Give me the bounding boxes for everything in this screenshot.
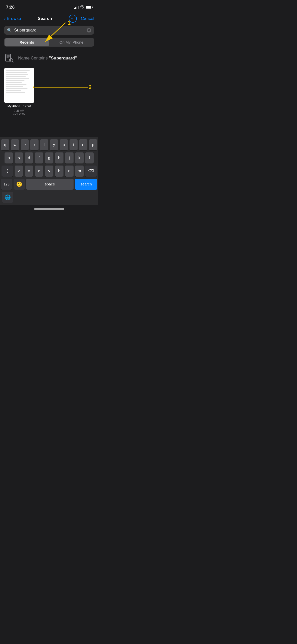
key-t[interactable]: t — [40, 139, 48, 150]
backspace-key[interactable]: ⌫ — [85, 166, 97, 177]
chevron-left-icon: ‹ — [4, 16, 6, 21]
search-input[interactable]: Superguard — [14, 28, 85, 33]
search-suggestion[interactable]: Name Contains "Superguard" — [0, 51, 98, 66]
status-bar: 7:28 — [0, 0, 98, 13]
key-z[interactable]: z — [15, 166, 23, 177]
key-v[interactable]: v — [45, 166, 53, 177]
segment-area: Recents On My iPhone 1 — [0, 38, 98, 47]
segment-recents[interactable]: Recents — [5, 38, 49, 46]
keyboard-row-1: q w e r t y u i o p — [1, 139, 97, 150]
wifi-icon — [80, 5, 84, 9]
key-f[interactable]: f — [35, 152, 43, 164]
key-w[interactable]: w — [11, 139, 19, 150]
key-h[interactable]: h — [55, 152, 63, 164]
key-k[interactable]: k — [75, 152, 84, 164]
key-g[interactable]: g — [45, 152, 53, 164]
file-grid-area: My iPhon...n.conf 7:26 AM 304 bytes 2 — [0, 66, 98, 117]
segment-on-my-iphone[interactable]: On My iPhone — [49, 38, 94, 46]
file-name: My iPhon...n.conf — [8, 105, 31, 109]
more-button[interactable]: ··· — [69, 15, 77, 23]
home-indicator — [0, 205, 98, 213]
key-m[interactable]: m — [75, 166, 84, 177]
ellipsis-icon: ··· — [71, 16, 75, 21]
keyboard: q w e r t y u i o p a s d f g h j k l ⇧ … — [0, 137, 98, 205]
key-o[interactable]: o — [79, 139, 87, 150]
svg-line-8 — [12, 61, 13, 62]
search-key[interactable]: search — [75, 179, 97, 190]
file-size: 304 bytes — [13, 112, 25, 115]
numbers-key[interactable]: 123 — [1, 179, 12, 190]
key-b[interactable]: b — [55, 166, 63, 177]
suggestion-text: Name Contains "Superguard" — [18, 56, 77, 61]
globe-row: 🌐 — [1, 191, 97, 204]
content-spacer — [0, 117, 98, 132]
key-c[interactable]: c — [35, 166, 43, 177]
clear-button[interactable]: ✕ — [87, 28, 91, 33]
key-r[interactable]: r — [30, 139, 39, 150]
file-date: 7:26 AM — [14, 109, 24, 112]
nav-right-actions: ··· Cancel — [69, 15, 94, 23]
key-s[interactable]: s — [15, 152, 23, 164]
key-d[interactable]: d — [25, 152, 33, 164]
key-p[interactable]: p — [89, 139, 97, 150]
nav-bar: ‹ Browse Search ··· Cancel — [0, 13, 98, 26]
shift-key[interactable]: ⇧ — [2, 166, 13, 177]
cancel-button[interactable]: Cancel — [81, 16, 94, 21]
back-button[interactable]: ‹ Browse — [4, 16, 21, 21]
home-bar — [34, 208, 64, 210]
keyboard-row-2: a s d f g h j k l — [1, 152, 97, 164]
keyboard-row-3: ⇧ z x c v b n m ⌫ — [1, 166, 97, 177]
search-bar[interactable]: 🔍 Superguard ✕ — [4, 26, 94, 35]
emoji-key[interactable]: 🙂 — [14, 179, 25, 190]
status-icons — [74, 5, 92, 9]
key-y[interactable]: y — [50, 139, 58, 150]
signal-icon — [74, 6, 79, 9]
key-u[interactable]: u — [60, 139, 68, 150]
key-x[interactable]: x — [25, 166, 33, 177]
svg-point-7 — [9, 58, 13, 62]
key-q[interactable]: q — [1, 139, 9, 150]
back-label: Browse — [7, 16, 21, 21]
key-i[interactable]: i — [70, 139, 78, 150]
keyboard-bottom-row: 123 🙂 space search — [1, 179, 97, 190]
battery-icon — [86, 6, 92, 9]
nav-title: Search — [38, 16, 52, 21]
file-item[interactable]: My iPhon...n.conf 7:26 AM 304 bytes — [4, 68, 34, 115]
key-n[interactable]: n — [65, 166, 74, 177]
segment-control[interactable]: Recents On My iPhone — [4, 38, 94, 47]
file-grid: My iPhon...n.conf 7:26 AM 304 bytes — [0, 66, 98, 117]
search-bar-container: 🔍 Superguard ✕ — [0, 26, 98, 38]
search-icon: 🔍 — [7, 28, 12, 33]
file-thumbnail — [4, 68, 34, 103]
globe-key[interactable]: 🌐 — [2, 192, 13, 203]
search-suggestion-icon — [4, 53, 14, 63]
space-key[interactable]: space — [26, 179, 74, 190]
key-j[interactable]: j — [65, 152, 74, 164]
key-a[interactable]: a — [5, 152, 13, 164]
key-e[interactable]: e — [21, 139, 29, 150]
status-time: 7:28 — [6, 5, 15, 10]
key-l[interactable]: l — [85, 152, 94, 164]
